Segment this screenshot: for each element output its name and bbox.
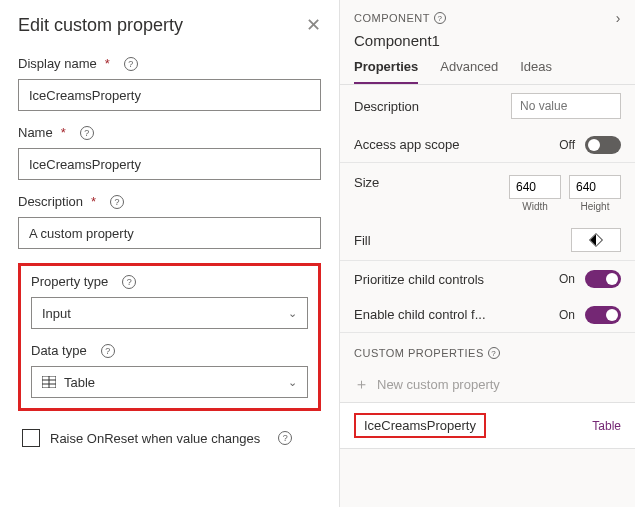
highlight-box: Property type ? Input ⌄ Data type ? Tabl… xyxy=(18,263,321,411)
fill-icon xyxy=(589,233,603,247)
custom-property-name: IceCreamsProperty xyxy=(354,413,486,438)
help-icon[interactable]: ? xyxy=(101,344,115,358)
panel-title: Edit custom property xyxy=(18,15,183,36)
prioritize-toggle[interactable] xyxy=(585,270,621,288)
plus-icon: ＋ xyxy=(354,375,369,394)
prop-description-row: Description xyxy=(340,85,635,127)
data-type-group: Data type ? Table ⌄ xyxy=(31,343,308,398)
prop-size-label: Size xyxy=(354,175,379,190)
width-label: Width xyxy=(522,201,548,212)
height-label: Height xyxy=(581,201,610,212)
tab-advanced[interactable]: Advanced xyxy=(440,59,498,84)
prop-fill-label: Fill xyxy=(354,233,371,248)
prop-enable-child-label: Enable child control f... xyxy=(354,307,486,322)
tab-properties[interactable]: Properties xyxy=(354,59,418,84)
description-input[interactable] xyxy=(18,217,321,249)
chevron-down-icon: ⌄ xyxy=(288,376,297,389)
prop-description-input[interactable] xyxy=(511,93,621,119)
component-label: COMPONENT xyxy=(354,12,430,24)
prop-fill-row: Fill xyxy=(340,220,635,261)
help-icon[interactable]: ? xyxy=(488,347,500,359)
display-name-label: Display name xyxy=(18,56,97,71)
data-type-select[interactable]: Table ⌄ xyxy=(31,366,308,398)
custom-property-type: Table xyxy=(592,419,621,433)
enable-child-toggle[interactable] xyxy=(585,306,621,324)
name-input[interactable] xyxy=(18,148,321,180)
prop-access-row: Access app scope Off xyxy=(340,127,635,163)
table-icon xyxy=(42,376,56,388)
property-type-label: Property type xyxy=(31,274,108,289)
property-type-value: Input xyxy=(42,306,71,321)
help-icon[interactable]: ? xyxy=(80,126,94,140)
data-type-label: Data type xyxy=(31,343,87,358)
prop-access-label: Access app scope xyxy=(354,137,460,152)
custom-properties-header: CUSTOM PROPERTIES ? xyxy=(340,333,635,367)
chevron-down-icon: ⌄ xyxy=(288,307,297,320)
required-indicator: * xyxy=(91,194,96,209)
prop-prioritize-label: Prioritize child controls xyxy=(354,272,484,287)
onreset-checkbox-label: Raise OnReset when value changes xyxy=(50,431,260,446)
name-group: Name * ? xyxy=(18,125,321,180)
panel-header: Edit custom property ✕ xyxy=(18,14,321,36)
chevron-right-icon[interactable]: › xyxy=(616,10,621,26)
component-panel: COMPONENT ? › Component1 Properties Adva… xyxy=(340,0,635,507)
display-name-input[interactable] xyxy=(18,79,321,111)
new-custom-property-button[interactable]: ＋ New custom property xyxy=(340,367,635,402)
help-icon[interactable]: ? xyxy=(434,12,446,24)
tabs: Properties Advanced Ideas xyxy=(340,59,635,85)
description-group: Description * ? xyxy=(18,194,321,249)
prop-size-row: Size Width Height xyxy=(340,163,635,220)
name-label: Name xyxy=(18,125,53,140)
onreset-checkbox-row[interactable]: Raise OnReset when value changes ? xyxy=(22,429,321,447)
close-icon[interactable]: ✕ xyxy=(306,14,321,36)
prop-description-label: Description xyxy=(354,99,419,114)
description-label: Description xyxy=(18,194,83,209)
prop-prioritize-row: Prioritize child controls On xyxy=(340,261,635,297)
help-icon[interactable]: ? xyxy=(278,431,292,445)
edit-property-panel: Edit custom property ✕ Display name * ? … xyxy=(0,0,340,507)
prop-enable-child-row: Enable child control f... On xyxy=(340,297,635,333)
custom-property-item[interactable]: IceCreamsProperty Table xyxy=(340,402,635,449)
data-type-value: Table xyxy=(64,375,95,390)
required-indicator: * xyxy=(105,56,110,71)
required-indicator: * xyxy=(61,125,66,140)
help-icon[interactable]: ? xyxy=(110,195,124,209)
property-type-select[interactable]: Input ⌄ xyxy=(31,297,308,329)
onreset-checkbox[interactable] xyxy=(22,429,40,447)
fill-swatch[interactable] xyxy=(571,228,621,252)
component-name: Component1 xyxy=(354,32,621,49)
height-input[interactable] xyxy=(569,175,621,199)
access-toggle[interactable] xyxy=(585,136,621,154)
toggle-state-label: On xyxy=(559,272,575,286)
new-custom-property-label: New custom property xyxy=(377,377,500,392)
help-icon[interactable]: ? xyxy=(122,275,136,289)
toggle-state-label: Off xyxy=(559,138,575,152)
property-type-group: Property type ? Input ⌄ xyxy=(31,274,308,329)
display-name-group: Display name * ? xyxy=(18,56,321,111)
tab-ideas[interactable]: Ideas xyxy=(520,59,552,84)
width-input[interactable] xyxy=(509,175,561,199)
help-icon[interactable]: ? xyxy=(124,57,138,71)
toggle-state-label: On xyxy=(559,308,575,322)
